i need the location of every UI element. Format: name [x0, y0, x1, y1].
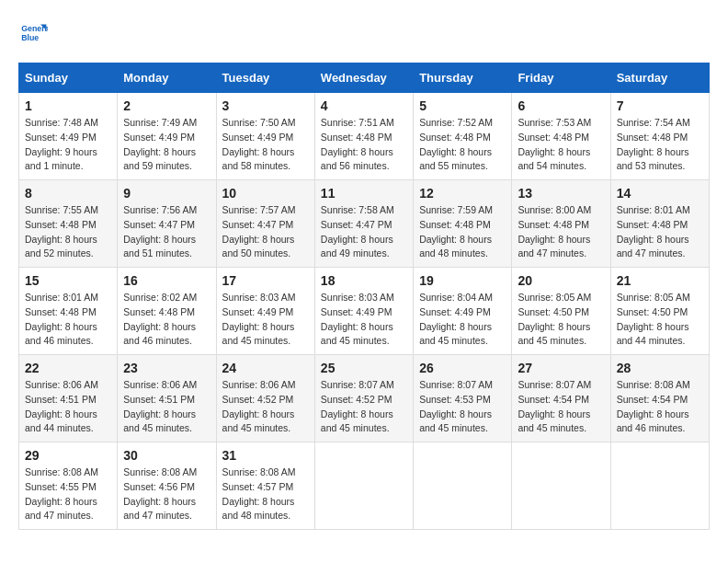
- day-info: Sunrise: 7:51 AMSunset: 4:48 PMDaylight:…: [321, 116, 407, 174]
- day-number: 13: [518, 186, 604, 201]
- day-info: Sunrise: 8:06 AMSunset: 4:51 PMDaylight:…: [25, 378, 111, 436]
- calendar-cell: 8 Sunrise: 7:55 AMSunset: 4:48 PMDayligh…: [19, 180, 118, 268]
- week-row-2: 8 Sunrise: 7:55 AMSunset: 4:48 PMDayligh…: [19, 180, 710, 268]
- calendar-cell: 16 Sunrise: 8:02 AMSunset: 4:48 PMDaylig…: [118, 268, 216, 355]
- calendar-cell: 18 Sunrise: 8:03 AMSunset: 4:49 PMDaylig…: [314, 268, 413, 355]
- calendar-cell: 24 Sunrise: 8:06 AMSunset: 4:52 PMDaylig…: [216, 355, 314, 442]
- weekday-header-sunday: Sunday: [19, 63, 118, 93]
- day-info: Sunrise: 7:53 AMSunset: 4:48 PMDaylight:…: [518, 116, 604, 174]
- day-number: 10: [222, 186, 309, 201]
- calendar-cell: 4 Sunrise: 7:51 AMSunset: 4:48 PMDayligh…: [314, 93, 413, 180]
- calendar-cell: 21 Sunrise: 8:05 AMSunset: 4:50 PMDaylig…: [610, 268, 709, 355]
- calendar-cell: 17 Sunrise: 8:03 AMSunset: 4:49 PMDaylig…: [216, 268, 314, 355]
- day-info: Sunrise: 8:01 AMSunset: 4:48 PMDaylight:…: [617, 203, 703, 261]
- day-number: 14: [617, 186, 703, 201]
- day-info: Sunrise: 7:52 AMSunset: 4:48 PMDaylight:…: [419, 116, 506, 174]
- day-number: 8: [25, 186, 111, 201]
- calendar-cell: 26 Sunrise: 8:07 AMSunset: 4:53 PMDaylig…: [414, 355, 512, 442]
- calendar-cell: 5 Sunrise: 7:52 AMSunset: 4:48 PMDayligh…: [414, 93, 512, 180]
- day-number: 3: [222, 98, 309, 113]
- day-number: 2: [123, 98, 210, 113]
- day-number: 7: [617, 98, 703, 113]
- logo: General Blue: [18, 18, 55, 48]
- calendar-cell: 25 Sunrise: 8:07 AMSunset: 4:52 PMDaylig…: [314, 355, 413, 442]
- calendar-cell: 31 Sunrise: 8:08 AMSunset: 4:57 PMDaylig…: [216, 442, 314, 530]
- calendar-cell: 19 Sunrise: 8:04 AMSunset: 4:49 PMDaylig…: [414, 268, 512, 355]
- day-info: Sunrise: 8:04 AMSunset: 4:49 PMDaylight:…: [419, 291, 506, 349]
- day-info: Sunrise: 7:54 AMSunset: 4:48 PMDaylight:…: [617, 116, 703, 174]
- day-number: 22: [25, 361, 111, 375]
- day-info: Sunrise: 7:56 AMSunset: 4:47 PMDaylight:…: [123, 203, 210, 261]
- weekday-header-saturday: Saturday: [610, 63, 709, 93]
- day-number: 18: [321, 273, 407, 288]
- day-number: 9: [123, 186, 210, 201]
- day-info: Sunrise: 8:07 AMSunset: 4:54 PMDaylight:…: [518, 378, 604, 436]
- calendar-cell: 20 Sunrise: 8:05 AMSunset: 4:50 PMDaylig…: [512, 268, 610, 355]
- day-number: 31: [222, 448, 309, 463]
- day-number: 24: [222, 361, 309, 375]
- week-row-4: 22 Sunrise: 8:06 AMSunset: 4:51 PMDaylig…: [19, 355, 710, 442]
- day-info: Sunrise: 7:58 AMSunset: 4:47 PMDaylight:…: [321, 203, 407, 261]
- day-number: 26: [419, 361, 506, 375]
- calendar-cell: 12 Sunrise: 7:59 AMSunset: 4:48 PMDaylig…: [414, 180, 512, 268]
- day-info: Sunrise: 8:08 AMSunset: 4:57 PMDaylight:…: [222, 465, 309, 523]
- calendar-cell: 6 Sunrise: 7:53 AMSunset: 4:48 PMDayligh…: [512, 93, 610, 180]
- calendar-cell: 9 Sunrise: 7:56 AMSunset: 4:47 PMDayligh…: [118, 180, 216, 268]
- calendar-cell: 7 Sunrise: 7:54 AMSunset: 4:48 PMDayligh…: [610, 93, 709, 180]
- day-info: Sunrise: 8:08 AMSunset: 4:56 PMDaylight:…: [123, 465, 210, 523]
- calendar-cell: 13 Sunrise: 8:00 AMSunset: 4:48 PMDaylig…: [512, 180, 610, 268]
- calendar-cell: 3 Sunrise: 7:50 AMSunset: 4:49 PMDayligh…: [216, 93, 314, 180]
- day-number: 25: [321, 361, 407, 375]
- day-number: 28: [617, 361, 703, 375]
- calendar-cell: 15 Sunrise: 8:01 AMSunset: 4:48 PMDaylig…: [19, 268, 118, 355]
- day-info: Sunrise: 8:07 AMSunset: 4:53 PMDaylight:…: [419, 378, 506, 436]
- day-info: Sunrise: 8:07 AMSunset: 4:52 PMDaylight:…: [321, 378, 407, 436]
- weekday-header-tuesday: Tuesday: [216, 63, 314, 93]
- calendar-cell: 10 Sunrise: 7:57 AMSunset: 4:47 PMDaylig…: [216, 180, 314, 268]
- day-info: Sunrise: 8:05 AMSunset: 4:50 PMDaylight:…: [518, 291, 604, 349]
- calendar-cell: 30 Sunrise: 8:08 AMSunset: 4:56 PMDaylig…: [118, 442, 216, 530]
- logo-icon: General Blue: [18, 18, 48, 48]
- calendar-cell: 29 Sunrise: 8:08 AMSunset: 4:55 PMDaylig…: [19, 442, 118, 530]
- day-number: 27: [518, 361, 604, 375]
- calendar-cell: 27 Sunrise: 8:07 AMSunset: 4:54 PMDaylig…: [512, 355, 610, 442]
- week-row-5: 29 Sunrise: 8:08 AMSunset: 4:55 PMDaylig…: [19, 442, 710, 530]
- day-info: Sunrise: 8:03 AMSunset: 4:49 PMDaylight:…: [321, 291, 407, 349]
- day-number: 21: [617, 273, 703, 288]
- day-number: 17: [222, 273, 309, 288]
- weekday-header-monday: Monday: [118, 63, 216, 93]
- day-info: Sunrise: 8:01 AMSunset: 4:48 PMDaylight:…: [25, 291, 111, 349]
- day-number: 16: [123, 273, 210, 288]
- day-info: Sunrise: 7:57 AMSunset: 4:47 PMDaylight:…: [222, 203, 309, 261]
- calendar-cell: 22 Sunrise: 8:06 AMSunset: 4:51 PMDaylig…: [19, 355, 118, 442]
- day-info: Sunrise: 8:08 AMSunset: 4:55 PMDaylight:…: [25, 465, 111, 523]
- day-number: 29: [25, 448, 111, 463]
- day-number: 12: [419, 186, 506, 201]
- day-info: Sunrise: 8:02 AMSunset: 4:48 PMDaylight:…: [123, 291, 210, 349]
- calendar-cell: 2 Sunrise: 7:49 AMSunset: 4:49 PMDayligh…: [118, 93, 216, 180]
- calendar-cell: [414, 442, 512, 530]
- week-row-1: 1 Sunrise: 7:48 AMSunset: 4:49 PMDayligh…: [19, 93, 710, 180]
- day-number: 5: [419, 98, 506, 113]
- day-number: 6: [518, 98, 604, 113]
- day-number: 19: [419, 273, 506, 288]
- day-number: 23: [123, 361, 210, 375]
- calendar-cell: 14 Sunrise: 8:01 AMSunset: 4:48 PMDaylig…: [610, 180, 709, 268]
- calendar-cell: [512, 442, 610, 530]
- page-header: General Blue: [18, 18, 710, 48]
- calendar-cell: 11 Sunrise: 7:58 AMSunset: 4:47 PMDaylig…: [314, 180, 413, 268]
- day-info: Sunrise: 7:48 AMSunset: 4:49 PMDaylight:…: [25, 116, 111, 174]
- calendar-table: SundayMondayTuesdayWednesdayThursdayFrid…: [18, 63, 710, 530]
- calendar-cell: 28 Sunrise: 8:08 AMSunset: 4:54 PMDaylig…: [610, 355, 709, 442]
- day-info: Sunrise: 7:59 AMSunset: 4:48 PMDaylight:…: [419, 203, 506, 261]
- weekday-header-thursday: Thursday: [414, 63, 512, 93]
- calendar-cell: [314, 442, 413, 530]
- day-info: Sunrise: 7:50 AMSunset: 4:49 PMDaylight:…: [222, 116, 309, 174]
- day-info: Sunrise: 8:05 AMSunset: 4:50 PMDaylight:…: [617, 291, 703, 349]
- day-number: 15: [25, 273, 111, 288]
- day-info: Sunrise: 8:06 AMSunset: 4:51 PMDaylight:…: [123, 378, 210, 436]
- day-info: Sunrise: 8:00 AMSunset: 4:48 PMDaylight:…: [518, 203, 604, 261]
- calendar-cell: [610, 442, 709, 530]
- day-number: 30: [123, 448, 210, 463]
- weekday-header-friday: Friday: [512, 63, 610, 93]
